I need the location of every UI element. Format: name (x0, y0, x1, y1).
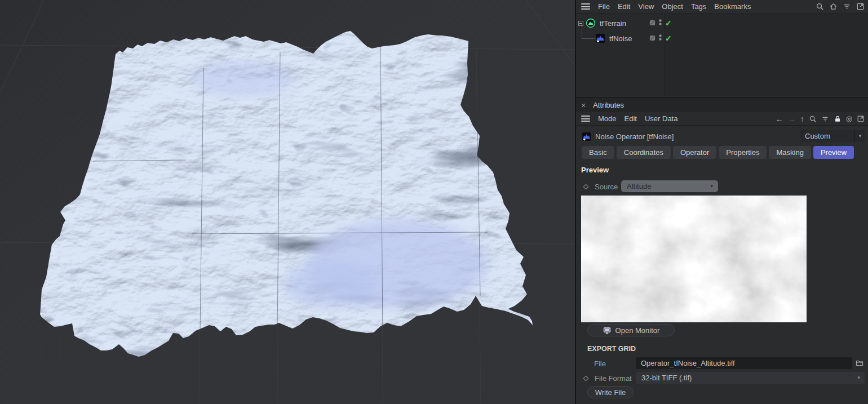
source-label: Source (595, 183, 618, 191)
write-file-label: Write File (595, 388, 626, 397)
noise-operator-icon (582, 132, 591, 141)
visibility-dots-icon[interactable] (658, 33, 662, 43)
close-icon[interactable]: × (581, 101, 586, 109)
enabled-check-icon[interactable]: ✓ (665, 34, 672, 42)
track-focus-icon[interactable]: ◎ (846, 115, 852, 122)
tab-operator[interactable]: Operator (673, 146, 716, 159)
tab-preview[interactable]: Preview (813, 146, 854, 159)
visibility-dots-icon[interactable] (658, 18, 662, 28)
application-window: File Edit View Object Tags Bookmarks (0, 0, 868, 404)
enabled-check-icon[interactable]: ✓ (665, 19, 672, 27)
export-grid-heading: EXPORT GRID (587, 345, 636, 353)
noise-preview-image (581, 196, 807, 322)
object-tree: tfTerrain ✓ tfNoise (576, 14, 868, 96)
chevron-down-icon: ▾ (857, 375, 865, 380)
menu-view[interactable]: View (634, 0, 658, 14)
preset-value: Custom (800, 132, 854, 140)
menu-edit[interactable]: Edit (614, 0, 634, 14)
file-format-value: 32-bit TIFF (.tif) (636, 374, 857, 382)
menu-object[interactable]: Object (658, 0, 687, 14)
object-title: Noise Operator [tfNoise] (595, 132, 674, 141)
attributes-title: Attributes (593, 101, 624, 109)
chevron-down-icon: ▾ (854, 130, 865, 142)
up-arrow-icon[interactable]: ↑ (800, 115, 804, 123)
viewport-3d[interactable] (0, 0, 575, 404)
preset-dropdown[interactable]: Custom ▾ (800, 130, 865, 142)
tab-masking[interactable]: Masking (769, 146, 811, 159)
diamond-icon (583, 375, 589, 381)
tree-row-tfnoise[interactable]: tfNoise ✓ (595, 32, 632, 45)
menu-edit[interactable]: Edit (621, 112, 641, 126)
search-icon[interactable] (816, 2, 824, 11)
object-manager-menu-icon[interactable] (581, 3, 590, 10)
right-panel: File Edit View Object Tags Bookmarks (575, 0, 868, 404)
filter-icon[interactable] (821, 115, 829, 123)
layer-chip-icon[interactable] (649, 34, 656, 43)
attributes-body: Noise Operator [tfNoise] Custom ▾ Basic … (576, 127, 868, 404)
object-label[interactable]: tfTerrain (600, 19, 626, 28)
file-format-dropdown[interactable]: 32-bit TIFF (.tif) ▾ (636, 372, 865, 384)
lock-icon[interactable] (834, 115, 842, 123)
file-label: File (594, 359, 606, 368)
menu-bookmarks[interactable]: Bookmarks (710, 0, 755, 14)
diamond-icon (583, 184, 589, 189)
attributes-menubar: Mode Edit User Data ← → ↑ ◎ (576, 112, 868, 126)
object-label[interactable]: tfNoise (609, 34, 632, 43)
new-panel-icon[interactable] (857, 115, 865, 123)
object-manager-menubar: File Edit View Object Tags Bookmarks (576, 0, 868, 14)
layer-chip-icon[interactable] (649, 19, 656, 28)
attribute-tabs: Basic Coordinates Operator Properties Ma… (582, 146, 854, 159)
menu-file[interactable]: File (594, 0, 614, 14)
terrain-object-icon (586, 18, 596, 28)
terrain-render (0, 0, 575, 404)
monitor-icon (603, 326, 612, 335)
source-value: Altitude (621, 182, 710, 190)
tree-row-tfterrain[interactable]: tfTerrain ✓ (578, 17, 626, 29)
forward-arrow-icon[interactable]: → (788, 115, 796, 123)
collapse-icon[interactable] (578, 21, 583, 26)
menu-mode[interactable]: Mode (594, 112, 621, 126)
search-icon[interactable] (809, 115, 817, 123)
open-monitor-button[interactable]: Open Monitor (587, 324, 675, 336)
menu-tags[interactable]: Tags (687, 0, 710, 14)
tab-properties[interactable]: Properties (719, 146, 767, 159)
new-panel-icon[interactable] (856, 2, 865, 11)
noise-operator-icon (595, 33, 605, 43)
filter-icon[interactable] (843, 2, 851, 11)
attributes-header: × Attributes (576, 97, 868, 112)
tab-basic[interactable]: Basic (582, 146, 614, 159)
open-monitor-label: Open Monitor (615, 326, 660, 335)
attributes-menu-icon[interactable] (581, 116, 590, 122)
file-path-input[interactable] (636, 357, 852, 369)
chevron-down-icon: ▾ (710, 184, 718, 189)
file-format-label: File Format (595, 374, 632, 383)
home-icon[interactable] (829, 2, 838, 11)
source-dropdown[interactable]: Altitude ▾ (621, 180, 718, 192)
preview-section-heading: Preview (581, 166, 609, 174)
folder-browse-icon[interactable] (855, 358, 864, 369)
tab-coordinates[interactable]: Coordinates (617, 146, 671, 159)
back-arrow-icon[interactable]: ← (776, 115, 783, 123)
write-file-button[interactable]: Write File (587, 386, 634, 398)
menu-user-data[interactable]: User Data (641, 112, 682, 126)
